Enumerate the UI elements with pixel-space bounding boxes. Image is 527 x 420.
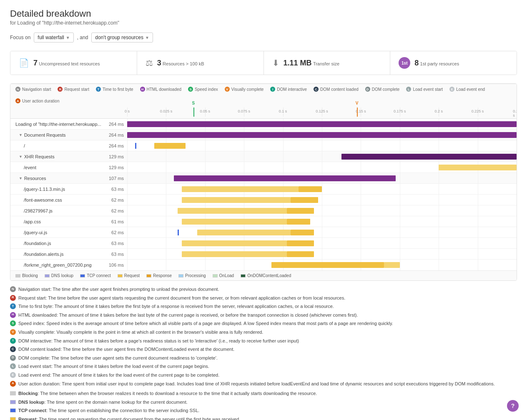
summary-card-uncompressed: 📄 7 Uncompressed text resources: [10, 51, 137, 75]
row-bar-area: [127, 151, 517, 162]
color-legend-row: BlockingDNS lookupTCP connectRequestResp…: [10, 270, 517, 280]
timing-bar: [182, 251, 287, 257]
desc-text: Request start: The time before the user …: [18, 295, 345, 302]
marker-circle-icon: R: [58, 87, 63, 92]
row-time: 106 ms: [102, 262, 127, 268]
marker-label: Speed index: [195, 87, 218, 92]
desc-key-icon: C: [10, 346, 16, 352]
row-time: 62 ms: [102, 208, 127, 213]
collapse-arrow-icon[interactable]: ▼: [19, 133, 23, 137]
row-time: 264 ms: [102, 143, 127, 148]
marker-label: HTML downloaded: [147, 87, 182, 92]
row-bar-area: [127, 205, 517, 216]
timing-bar: [341, 154, 517, 160]
timing-bar: [271, 262, 384, 268]
desc-key-icon: L: [10, 363, 16, 369]
collapse-arrow-icon[interactable]: ▼: [19, 176, 23, 180]
row-time: 129 ms: [102, 154, 127, 159]
timing-bar: [182, 197, 291, 203]
table-row: /jquery-1.11.3.min.js63 ms: [10, 184, 517, 195]
time-axis: 0 s0.025 s0.05 s0.075 s0.1 s0.125 s0.15 …: [127, 108, 517, 117]
row-time: 63 ms: [102, 252, 127, 257]
transfer-label: Transfer size: [313, 61, 339, 66]
color-descriptions-section: Blocking: The time between when the brow…: [10, 390, 517, 420]
page-title: Detailed breakdown: [10, 8, 517, 19]
resources-icon: ⚖: [146, 58, 153, 68]
row-label: /event: [10, 165, 102, 170]
desc-key-icon: R: [10, 295, 16, 301]
desc-key-icon: S: [10, 320, 16, 326]
party-badge: 1st: [399, 57, 410, 69]
group-dropdown-arrow: ▼: [145, 35, 149, 40]
table-row: /foundation.alerts.js63 ms: [10, 249, 517, 260]
row-time: 264 ms: [102, 122, 127, 127]
color-legend-item: TCP connect: [80, 273, 111, 278]
row-bar-area: [127, 238, 517, 248]
color-legend-swatch: [178, 274, 183, 278]
collapse-arrow-icon[interactable]: ▼: [19, 155, 23, 159]
timing-bar: [182, 186, 299, 192]
color-legend-label: Processing: [185, 273, 206, 278]
legend-marker-item: AUser action duration: [15, 98, 60, 103]
row-label: Loading of "http://the-internet.herokuap…: [10, 122, 102, 127]
timing-bar: [127, 121, 517, 127]
timing-bar: [439, 165, 517, 170]
waterfall-dropdown[interactable]: full waterfall ▼: [34, 32, 73, 42]
desc-text: Load event start: The amount of time it …: [18, 363, 209, 370]
row-time: 62 ms: [102, 198, 127, 202]
description-row: SSpeed index: Speed index is the average…: [10, 320, 517, 328]
description-row: TTime to first byte: The amount of time …: [10, 303, 517, 310]
marker-circle-icon: I: [270, 87, 275, 92]
marker-circle-icon: T: [96, 87, 101, 92]
waterfall-dropdown-value: full waterfall: [38, 35, 64, 40]
time-mark: 0.175 s: [394, 109, 406, 113]
color-legend-swatch: [80, 274, 85, 278]
description-row: RRequest start: The time before the user…: [10, 295, 517, 302]
desc-text: HTML downloaded: The amount of time it t…: [18, 312, 358, 319]
timing-bar: [291, 197, 318, 203]
row-label: /font-awesome.css: [10, 198, 102, 202]
timing-bar: [182, 240, 287, 246]
timing-bar: [384, 262, 399, 268]
color-legend-item: Blocking: [15, 273, 38, 278]
description-row: AUser action duration: Time spent from i…: [10, 380, 517, 388]
summary-card-transfer: ⬇ 1.11 MB Transfer size: [264, 51, 391, 75]
timing-bar: [287, 208, 314, 214]
row-label: /foundation.js: [10, 241, 102, 246]
group-dropdown[interactable]: don't group resources ▼: [91, 32, 153, 42]
uncompressed-label: Uncompressed text resources: [39, 61, 100, 66]
row-label: /: [10, 143, 102, 148]
help-button[interactable]: ?: [507, 400, 519, 412]
color-desc-row: DNS lookup: The time spent on the domain…: [10, 399, 517, 406]
summary-card-resources: ⚖ 3 Resources > 100 kB: [137, 51, 264, 75]
marker-label: Visually complete: [231, 87, 264, 92]
color-legend-swatch: [15, 274, 20, 278]
party-number: 8: [414, 59, 419, 67]
desc-key-icon: A: [10, 381, 16, 387]
transfer-icon: ⬇: [272, 58, 279, 68]
timing-bar: [197, 230, 291, 235]
legend-marker-item: LLoad event start: [406, 87, 443, 92]
timing-bar: [174, 175, 396, 181]
color-legend-item: Processing: [178, 273, 206, 278]
desc-text: DOM complete: The time before the user a…: [18, 355, 218, 362]
time-mark: 0.025 s: [160, 109, 173, 113]
row-time: 63 ms: [102, 187, 127, 192]
desc-text: Visually complete: Visually complete is …: [18, 329, 263, 336]
marker-circle-icon: E: [449, 87, 454, 92]
marker-label: User action duration: [22, 99, 60, 103]
marker-circle-icon: D: [365, 87, 370, 92]
description-row: VVisually complete: Visually complete is…: [10, 329, 517, 336]
description-row: HHTML downloaded: The amount of time it …: [10, 312, 517, 319]
color-desc-text: TCP connect: The time spent on establish…: [18, 407, 199, 415]
descriptions-section: NNavigation start: The time after the us…: [10, 286, 517, 388]
table-row: ▼XHR Requests129 ms: [10, 151, 517, 162]
legend-marker-item: TTime to first byte: [96, 87, 133, 92]
uncompressed-icon: 📄: [19, 58, 29, 68]
legend-marker-item: RRequest start: [58, 87, 89, 92]
desc-text: DOM interactive: The amount of time it t…: [18, 338, 299, 345]
timing-bar: [154, 143, 186, 149]
color-legend-label: TCP connect: [87, 273, 111, 278]
description-row: LLoad event start: The amount of time it…: [10, 363, 517, 370]
row-time: 129 ms: [102, 165, 127, 170]
